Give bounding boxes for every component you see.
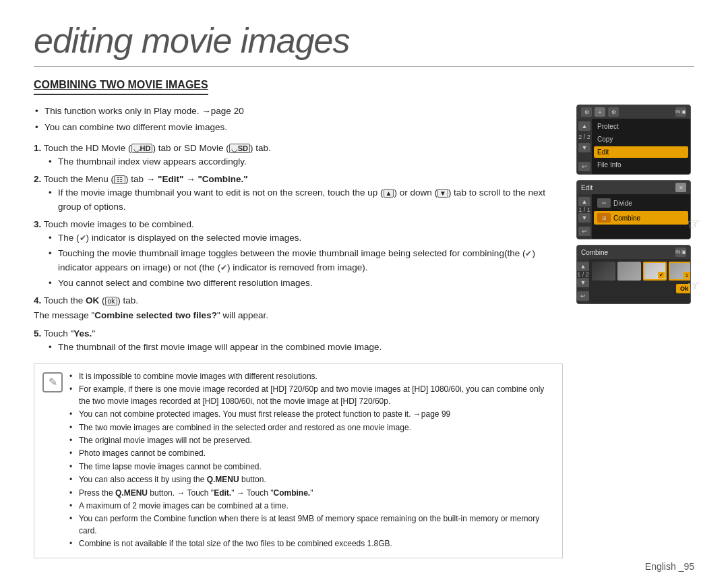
note-item-10: A maximum of 2 movie images can be combi… (69, 500, 554, 512)
screen1-counter: 2 / 2 (578, 134, 590, 140)
step-4-num: 4. (34, 295, 41, 305)
screen3-thumbnails: ✔ 1 Ok (589, 259, 691, 303)
screen3-counter: 1 / 2 (577, 271, 589, 278)
step-5-num: 5. (34, 328, 41, 339)
page-number: English _95 (645, 561, 694, 572)
screen3-back-btn: ↩ (577, 291, 589, 301)
thumb-3-check: ✔ (658, 272, 665, 279)
note-item-7: The time lapse movie images cannot be co… (69, 461, 554, 473)
screen2-nav: ▲ 1 / 1 ▼ ↩ (577, 194, 592, 239)
note-item-12: Combine is not available if the total si… (69, 538, 554, 550)
screenshot-3: Combine IN ▣ ▲ 1 / 2 ▼ ↩ (576, 245, 691, 304)
screen3-body: ▲ 1 / 2 ▼ ↩ (577, 259, 690, 303)
screen1-menu: Protect Copy Edit File Info (592, 119, 690, 174)
thumb-1 (592, 262, 615, 281)
screen2-down-btn: ▼ (578, 213, 590, 223)
intro-bullet-2: You can combine two different movie imag… (34, 121, 563, 134)
note-box: ✎ It is impossible to combine movie imag… (34, 363, 563, 558)
step-2-sub: If the movie image thumbnail you want to… (47, 186, 563, 214)
step-3-num: 3. (34, 219, 41, 229)
step-1: 1. Touch the HD Movie (◡HD) tab or SD Mo… (34, 142, 563, 169)
step-2: 2. Touch the Menu (☷) tab → "Edit" → "Co… (34, 173, 563, 214)
screen2-back-btn: ↩ (578, 227, 590, 236)
screen3-footer: Ok (592, 283, 691, 295)
screen1-right-icons: IN ▣ (675, 107, 686, 117)
screen2-body: ▲ 1 / 1 ▼ ↩ ✂ Divide ⊞ (577, 194, 690, 239)
step-3-sub-1: The (✔) indicator is displayed on the se… (47, 231, 563, 245)
screen1-body: ▲ 2 / 2 ▼ ↩ Protect Copy Edit File Info (577, 119, 690, 174)
finger-pointer-3: ☞ (686, 276, 702, 295)
step-3-sub: The (✔) indicator is displayed on the se… (47, 231, 563, 290)
note-item-11: You can perform the Combine function whe… (69, 513, 554, 537)
screen3-battery-icon: IN ▣ (675, 247, 686, 257)
step-3-sub-3: You cannot select and combine two differ… (47, 276, 563, 290)
screen3-title: Combine (581, 249, 608, 256)
screen2-divide: ✂ Divide (594, 196, 688, 210)
step-4-message: The message "Combine selected two files?… (34, 309, 563, 322)
step-1-sub-1: The thumbnail index view appears accordi… (47, 155, 563, 169)
screen1-up-btn: ▲ (578, 121, 590, 131)
page-title: editing movie images (34, 20, 694, 67)
thumb-3: ✔ (643, 262, 667, 281)
note-list: It is impossible to combine movie images… (69, 371, 554, 550)
content-area: This function works only in Play mode. →… (34, 105, 694, 558)
note-item-8: You can also access it by using the Q.ME… (69, 474, 554, 486)
note-item-2: For example, if there is one movie image… (69, 384, 554, 407)
note-item-1: It is impossible to combine movie images… (69, 371, 554, 382)
screen2-menu: ✂ Divide ⊞ Combine (592, 194, 690, 239)
screenshot-2: Edit ✕ ▲ 1 / 1 ▼ ↩ ✂ (576, 180, 691, 239)
note-content: It is impossible to combine movie images… (69, 371, 554, 551)
step-1-sub: The thumbnail index view appears accordi… (47, 155, 563, 169)
thumb-2 (617, 262, 641, 281)
main-content: This function works only in Play mode. →… (34, 105, 563, 558)
page-container: editing movie images COMBINING TWO MOVIE… (0, 0, 728, 584)
screen1-icons: ⚙ ≡ ⚙ (581, 107, 619, 117)
step-3: 3. Touch movie images to be combined. Th… (34, 218, 563, 290)
screen2-counter: 1 / 1 (578, 206, 590, 213)
section-header: COMBINING TWO MOVIE IMAGES (34, 79, 208, 95)
note-icon: ✎ (42, 372, 63, 392)
step-5-sub-1: The thumbnail of the first movie image w… (47, 341, 563, 354)
screenshot-1: ⚙ ≡ ⚙ IN ▣ ▲ 2 / 2 ▼ (576, 105, 691, 175)
screen1-settings-icon: ⚙ (608, 107, 619, 117)
screen2-titlebar: Edit ✕ (577, 181, 690, 194)
screen2-title: Edit (581, 184, 593, 192)
screen2-close-icon: ✕ (675, 183, 686, 192)
step-5-sub: The thumbnail of the first movie image w… (47, 341, 563, 354)
intro-bullet-1: This function works only in Play mode. →… (34, 105, 563, 118)
note-item-5: The original movie images will not be pr… (69, 435, 554, 446)
step-2-sub-1: If the movie image thumbnail you want to… (47, 186, 563, 214)
note-item-9: Press the Q.MENU button. → Touch "Edit."… (69, 488, 554, 499)
screen1-protect: Protect (594, 121, 688, 132)
screenshot-1-wrapper: ⚙ ≡ ⚙ IN ▣ ▲ 2 / 2 ▼ (576, 105, 694, 175)
screen3-right-icons: IN ▣ (675, 247, 686, 257)
finger-pointer-2: ☞ (686, 214, 702, 233)
screen2-combine: ⊞ Combine (594, 211, 688, 225)
screen1-nav: ▲ 2 / 2 ▼ ↩ (577, 119, 592, 174)
screen1-battery-icon: IN ▣ (675, 107, 686, 117)
sidebar-images: ⚙ ≡ ⚙ IN ▣ ▲ 2 / 2 ▼ (576, 105, 694, 558)
screen1-fileinfo: File Info (594, 159, 688, 171)
step-4: 4. Touch the OK (ok) tab. The message "C… (34, 294, 563, 323)
note-item-4: The two movie images are combined in the… (69, 422, 554, 434)
screen1-back-btn: ↩ (578, 162, 590, 171)
step-5: 5. Touch "Yes." The thumbnail of the fir… (34, 327, 563, 355)
screenshot-3-wrapper: Combine IN ▣ ▲ 1 / 2 ▼ ↩ (576, 245, 694, 304)
note-item-6: Photo images cannot be combined. (69, 448, 554, 459)
screen3-down-btn: ▼ (577, 278, 589, 287)
screen3-nav: ▲ 1 / 2 ▼ ↩ (577, 259, 589, 303)
step-1-num: 1. (34, 143, 41, 153)
screen1-menu-icon: ≡ (595, 107, 605, 117)
screen1-down-btn: ▼ (578, 143, 590, 152)
screen3-thumb-row1: ✔ 1 (592, 262, 691, 281)
screen3-titlebar: Combine IN ▣ (577, 245, 690, 259)
intro-bullets: This function works only in Play mode. →… (34, 105, 563, 135)
step-2-num: 2. (34, 174, 41, 184)
screen2-up-btn: ▲ (578, 197, 590, 206)
divide-icon: ✂ (597, 198, 611, 208)
screen1-copy: Copy (594, 134, 688, 145)
screen1-titlebar: ⚙ ≡ ⚙ IN ▣ (577, 105, 690, 119)
note-item-3: You can not combine protected images. Yo… (69, 409, 554, 420)
combine-icon: ⊞ (597, 213, 611, 223)
screen1-edit: Edit (594, 146, 688, 158)
